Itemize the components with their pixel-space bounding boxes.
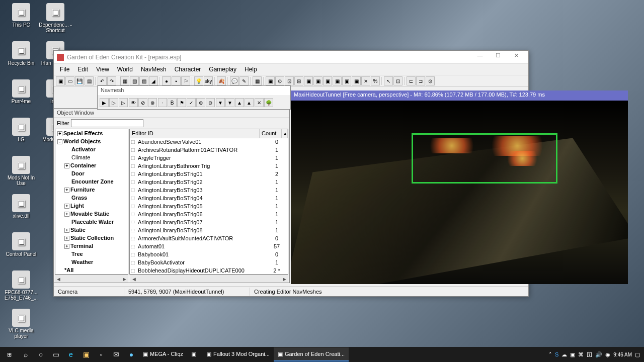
list-row[interactable]: ⬚ArlingtonLibraryBoSTrig012 [130, 170, 288, 178]
menu-edit[interactable]: Edit [73, 65, 92, 74]
tree-item[interactable]: Door [55, 169, 128, 177]
explorer-icon[interactable]: ▣ [78, 347, 94, 362]
list-header[interactable]: Editor ID Count ▴ [130, 129, 288, 138]
list-row[interactable]: ⬚ArgyleTrigger1 [130, 154, 288, 162]
toolbar-button-13[interactable]: ● [162, 76, 171, 85]
toolbar-button-27[interactable]: ▣ [266, 76, 275, 85]
filter-input[interactable] [71, 119, 143, 127]
tree-item[interactable]: Weather [55, 258, 128, 266]
tree-toggle-icon[interactable]: + [64, 204, 69, 209]
wifi-icon[interactable]: ◉ [605, 351, 610, 358]
toolbar-button-31[interactable]: ▣ [304, 76, 313, 85]
toolbar-button-14[interactable]: ▪ [172, 76, 181, 85]
tree-toggle-icon[interactable]: + [64, 236, 69, 241]
desktop-icon[interactable]: ▣This PC [4, 3, 38, 28]
list-row[interactable]: ⬚AbandonedSewerValve010 [130, 138, 288, 146]
menu-help[interactable]: Help [240, 65, 261, 74]
clock[interactable]: 9:46 AM [613, 352, 632, 357]
toolbar-button-8[interactable]: ▦ [120, 76, 129, 85]
desktop-icon[interactable]: ▣FPC68-0777... E756_E746_... [4, 270, 38, 301]
hardware-icon[interactable]: ▣ [570, 351, 575, 358]
navmesh-button-5[interactable]: ⊘ [138, 98, 147, 107]
list-row[interactable]: ⬚ArlingtonLibraryBoSTrig041 [130, 195, 288, 203]
toolbar-button-20[interactable]: 🍂 [217, 76, 226, 85]
col-count[interactable]: Count [260, 129, 282, 138]
close-button[interactable]: ✕ [507, 52, 525, 62]
navmesh-button-4[interactable]: 👁 [129, 98, 138, 107]
toolbar-button-10[interactable]: ▨ [139, 76, 148, 85]
store-icon[interactable]: ▫ [94, 347, 109, 362]
tree-item[interactable]: +Light [55, 202, 128, 210]
tray-chevron-icon[interactable]: ˄ [549, 351, 552, 358]
menu-view[interactable]: View [92, 65, 113, 74]
desktop-icon[interactable]: ▣Recycle Bin [4, 41, 38, 66]
render-scene[interactable] [291, 101, 628, 284]
menu-gameplay[interactable]: Gameplay [205, 65, 240, 74]
menu-navmesh[interactable]: NavMesh [137, 65, 171, 74]
navmesh-button-20[interactable]: ✕ [255, 98, 264, 107]
volume-icon[interactable]: 🔊 [595, 351, 602, 358]
tree-toggle-icon[interactable]: + [57, 131, 62, 136]
toolbar-button-41[interactable]: ⊡ [393, 76, 403, 85]
toolbar-button-18[interactable]: sky [204, 76, 213, 85]
taskbar-app[interactable]: ▣Fallout 3 Mod Organi... [202, 347, 274, 361]
navmesh-button-12[interactable]: ⊕ [196, 98, 205, 107]
list-hscroll[interactable]: ◄► [130, 275, 288, 283]
tree-toggle-icon[interactable]: + [64, 244, 69, 249]
toolbar-button-1[interactable]: ▭ [65, 76, 74, 85]
toolbar-button-29[interactable]: ⊡ [285, 76, 294, 85]
tree-item[interactable]: Climate [55, 153, 128, 161]
tree-item[interactable]: Tree [55, 250, 128, 258]
tree-item[interactable]: Activator [55, 145, 128, 153]
tree-toggle-icon[interactable]: + [64, 228, 69, 233]
tree-item[interactable]: Encounter Zone [55, 177, 128, 186]
tree-toggle-icon[interactable]: - [57, 139, 62, 144]
toolbar-button-23[interactable]: ✎ [239, 76, 249, 85]
render-view[interactable]: MaxiHideoutTunnel [Free camera, perspect… [291, 90, 628, 284]
toolbar-button-43[interactable]: ⊏ [407, 76, 416, 85]
toolbar-button-38[interactable]: % [371, 76, 380, 85]
desktop-icon[interactable]: ▣LG [4, 118, 38, 142]
network-icon[interactable]: ⚿ [587, 351, 592, 357]
toolbar-button-32[interactable]: ▣ [313, 76, 323, 85]
cliqz-icon[interactable]: ● [124, 347, 139, 362]
tree-item[interactable]: +Terminal [55, 242, 128, 250]
tree-toggle-icon[interactable]: + [64, 212, 69, 217]
tree-item[interactable]: +Static Collection [55, 234, 128, 242]
navmesh-button-17[interactable]: ▲ [235, 98, 244, 107]
toolbar-button-30[interactable]: ⊞ [294, 76, 303, 85]
toolbar-button-15[interactable]: ⚐ [181, 76, 190, 85]
desktop-icon[interactable]: ▣Control Panel [4, 232, 38, 257]
toolbar-button-2[interactable]: 💾 [75, 76, 84, 85]
navmesh-button-6[interactable]: ⊗ [148, 98, 157, 107]
toolbar-button-34[interactable]: ▣ [333, 76, 342, 85]
desktop-icon[interactable]: ▣Mods Not In Use [4, 156, 38, 186]
list-row[interactable]: ⬚BobbleheadDisplayHideoutDUPLICATE0002 * [130, 267, 288, 275]
toolbar-button-40[interactable]: ↖ [384, 76, 393, 85]
category-tree[interactable]: +Special Effects-World ObjectsActivatorC… [55, 129, 128, 275]
cortana-icon[interactable]: ○ [33, 347, 48, 362]
toolbar-button-17[interactable]: 💡 [194, 76, 203, 85]
navmesh-button-13[interactable]: ⊖ [206, 98, 215, 107]
toolbar-button-11[interactable]: ◢ [149, 76, 158, 85]
desktop-icon[interactable]: ▣xlive.dll [4, 194, 38, 219]
navmesh-button-1[interactable]: ▷ [109, 98, 118, 107]
taskbar-app[interactable]: ▣MEGA - Cliqz [139, 347, 187, 361]
maximize-button[interactable]: ☐ [489, 52, 507, 62]
start-button[interactable]: ⊞ [0, 347, 18, 362]
col-editor-id[interactable]: Editor ID [130, 129, 260, 138]
toolbar-button-36[interactable]: ▣ [352, 76, 361, 85]
desktop-icon[interactable]: ▣VLC media player [4, 309, 38, 339]
toolbar-button-35[interactable]: ▣ [342, 76, 351, 85]
list-row[interactable]: ⬚ArlingtonLibraryBathroomTrig1 [130, 162, 288, 170]
navmesh-button-16[interactable]: ▼ [225, 98, 234, 107]
skype-icon[interactable]: S [555, 351, 558, 357]
menu-file[interactable]: File [56, 65, 73, 74]
system-tray[interactable]: ˄ S ☁ ▣ ⌘ ⚿ 🔊 ◉ 9:46 AM ▢ [549, 351, 644, 358]
toolbar-button-45[interactable]: ⊙ [426, 76, 435, 85]
tree-item[interactable]: +Movable Static [55, 210, 128, 218]
navmesh-button-10[interactable]: ⚑ [177, 98, 186, 107]
menu-character[interactable]: Character [171, 65, 205, 74]
tree-toggle-icon[interactable]: + [64, 163, 69, 168]
edge-icon[interactable]: e [63, 347, 78, 362]
